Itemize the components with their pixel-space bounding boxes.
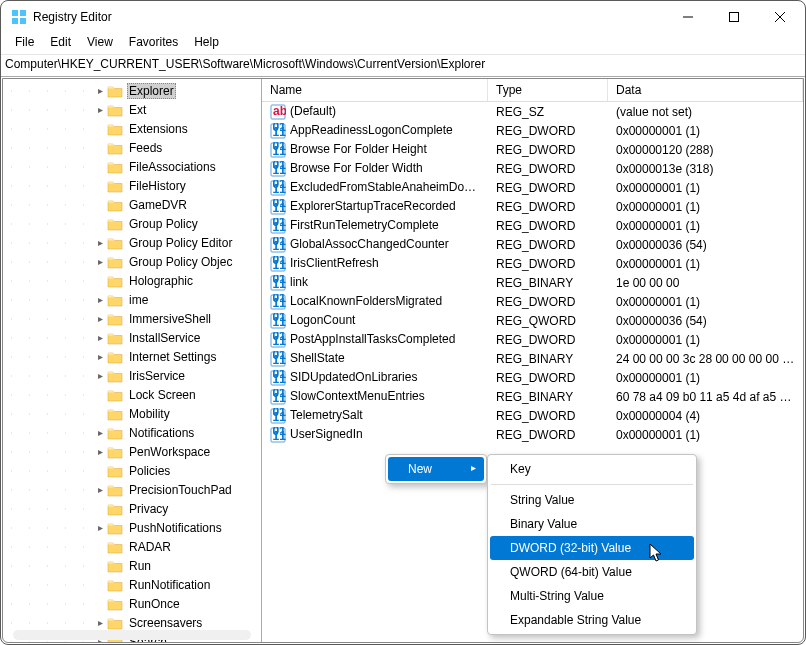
expander-icon[interactable]: ▸ xyxy=(93,85,107,96)
ctx-item-new[interactable]: New xyxy=(388,457,484,481)
tree-item[interactable]: ▸Group Policy Objec xyxy=(3,252,261,271)
value-name: PostAppInstallTasksCompleted xyxy=(290,332,455,346)
expander-icon[interactable]: ▸ xyxy=(93,484,107,495)
list-row[interactable]: UserSignedInREG_DWORD0x00000001 (1) xyxy=(262,425,803,444)
maximize-button[interactable] xyxy=(711,1,757,33)
tree-item[interactable]: FileAssociations xyxy=(3,157,261,176)
list-row[interactable]: PostAppInstallTasksCompletedREG_DWORD0x0… xyxy=(262,330,803,349)
folder-icon xyxy=(107,540,123,554)
horizontal-scrollbar[interactable] xyxy=(13,630,251,640)
list-row[interactable]: Browse For Folder WidthREG_DWORD0x000001… xyxy=(262,159,803,178)
expander-icon[interactable]: ▸ xyxy=(93,294,107,305)
tree-item[interactable]: ▸ImmersiveShell xyxy=(3,309,261,328)
expander-icon[interactable]: ▸ xyxy=(93,104,107,115)
tree-item[interactable]: Feeds xyxy=(3,138,261,157)
value-name: ExplorerStartupTraceRecorded xyxy=(290,199,456,213)
ctx-item-multi-string[interactable]: Multi-String Value xyxy=(490,584,694,608)
tree-item[interactable]: ▸Ext xyxy=(3,100,261,119)
ctx-item-key[interactable]: Key xyxy=(490,457,694,481)
ctx-item-string[interactable]: String Value xyxy=(490,488,694,512)
minimize-button[interactable] xyxy=(665,1,711,33)
tree-item[interactable]: Policies xyxy=(3,461,261,480)
tree-label: FileAssociations xyxy=(127,160,218,174)
value-data: 0x00000001 (1) xyxy=(608,333,803,347)
tree-label: RunNotification xyxy=(127,578,212,592)
ctx-item-expandable-string[interactable]: Expandable String Value xyxy=(490,608,694,632)
tree-item[interactable]: Privacy xyxy=(3,499,261,518)
tree-label: Extensions xyxy=(127,122,190,136)
expander-icon[interactable]: ▸ xyxy=(93,370,107,381)
list-row[interactable]: ExplorerStartupTraceRecordedREG_DWORD0x0… xyxy=(262,197,803,216)
menu-view[interactable]: View xyxy=(79,33,121,54)
list-row[interactable]: GlobalAssocChangedCounterREG_DWORD0x0000… xyxy=(262,235,803,254)
list-row[interactable]: (Default)REG_SZ(value not set) xyxy=(262,102,803,121)
tree-item[interactable]: Holographic xyxy=(3,271,261,290)
tree-label: Explorer xyxy=(127,83,176,99)
tree-item[interactable]: Group Policy xyxy=(3,214,261,233)
tree-item[interactable]: ▸IrisService xyxy=(3,366,261,385)
list-row[interactable]: FirstRunTelemetryCompleteREG_DWORD0x0000… xyxy=(262,216,803,235)
list-row[interactable]: AppReadinessLogonCompleteREG_DWORD0x0000… xyxy=(262,121,803,140)
value-type: REG_DWORD xyxy=(488,162,608,176)
expander-icon[interactable]: ▸ xyxy=(93,237,107,248)
column-type[interactable]: Type xyxy=(488,79,608,101)
menu-favorites[interactable]: Favorites xyxy=(121,33,186,54)
expander-icon[interactable]: ▸ xyxy=(93,332,107,343)
column-data[interactable]: Data xyxy=(608,79,803,101)
tree-item[interactable]: ▸PushNotifications xyxy=(3,518,261,537)
app-icon xyxy=(11,9,27,25)
ctx-item-dword[interactable]: DWORD (32-bit) Value xyxy=(490,536,694,560)
value-type: REG_DWORD xyxy=(488,295,608,309)
tree-item[interactable]: ▸Notifications xyxy=(3,423,261,442)
expander-icon[interactable]: ▸ xyxy=(93,617,107,628)
tree-item[interactable]: ▸Internet Settings xyxy=(3,347,261,366)
menu-help[interactable]: Help xyxy=(186,33,227,54)
tree-item[interactable]: ▸PenWorkspace xyxy=(3,442,261,461)
tree-item[interactable]: Run xyxy=(3,556,261,575)
expander-icon[interactable]: ▸ xyxy=(93,256,107,267)
list-row[interactable]: TelemetrySaltREG_DWORD0x00000004 (4) xyxy=(262,406,803,425)
tree-label: Lock Screen xyxy=(127,388,198,402)
list-row[interactable]: IrisClientRefreshREG_DWORD0x00000001 (1) xyxy=(262,254,803,273)
menu-file[interactable]: File xyxy=(7,33,42,54)
list-row[interactable]: LocalKnownFoldersMigratedREG_DWORD0x0000… xyxy=(262,292,803,311)
tree-label: ImmersiveShell xyxy=(127,312,213,326)
list-row[interactable]: SIDUpdatedOnLibrariesREG_DWORD0x00000001… xyxy=(262,368,803,387)
tree-item[interactable]: ▸InstallService xyxy=(3,328,261,347)
tree-item[interactable]: RADAR xyxy=(3,537,261,556)
column-name[interactable]: Name xyxy=(262,79,488,101)
folder-icon xyxy=(107,559,123,573)
tree-item[interactable]: RunNotification xyxy=(3,575,261,594)
ctx-item-binary[interactable]: Binary Value xyxy=(490,512,694,536)
tree-item[interactable]: ▸Group Policy Editor xyxy=(3,233,261,252)
list-row[interactable]: SlowContextMenuEntriesREG_BINARY60 78 a4… xyxy=(262,387,803,406)
expander-icon[interactable]: ▸ xyxy=(93,446,107,457)
svg-rect-3 xyxy=(20,18,26,24)
tree-item[interactable]: GameDVR xyxy=(3,195,261,214)
tree-item[interactable]: FileHistory xyxy=(3,176,261,195)
list-row[interactable]: ShellStateREG_BINARY24 00 00 00 3c 28 00… xyxy=(262,349,803,368)
address-bar[interactable]: Computer\HKEY_CURRENT_USER\Software\Micr… xyxy=(1,55,805,77)
menu-edit[interactable]: Edit xyxy=(42,33,79,54)
tree-item[interactable]: ▸PrecisionTouchPad xyxy=(3,480,261,499)
folder-icon xyxy=(107,84,123,98)
expander-icon[interactable]: ▸ xyxy=(93,313,107,324)
expander-icon[interactable]: ▸ xyxy=(93,351,107,362)
tree-item[interactable]: ▸ime xyxy=(3,290,261,309)
tree-item[interactable]: RunOnce xyxy=(3,594,261,613)
close-button[interactable] xyxy=(757,1,803,33)
tree-item[interactable]: ▸Explorer xyxy=(3,81,261,100)
binary-value-icon xyxy=(270,237,286,253)
folder-icon xyxy=(107,217,123,231)
list-row[interactable]: LogonCountREG_QWORD0x00000036 (54) xyxy=(262,311,803,330)
list-row[interactable]: linkREG_BINARY1e 00 00 00 xyxy=(262,273,803,292)
tree-item[interactable]: Mobility xyxy=(3,404,261,423)
ctx-item-qword[interactable]: QWORD (64-bit) Value xyxy=(490,560,694,584)
list-row[interactable]: ExcludedFromStableAnaheimDownl...REG_DWO… xyxy=(262,178,803,197)
tree-label: RADAR xyxy=(127,540,173,554)
list-row[interactable]: Browse For Folder HeightREG_DWORD0x00000… xyxy=(262,140,803,159)
tree-item[interactable]: Lock Screen xyxy=(3,385,261,404)
tree-item[interactable]: Extensions xyxy=(3,119,261,138)
expander-icon[interactable]: ▸ xyxy=(93,427,107,438)
expander-icon[interactable]: ▸ xyxy=(93,522,107,533)
